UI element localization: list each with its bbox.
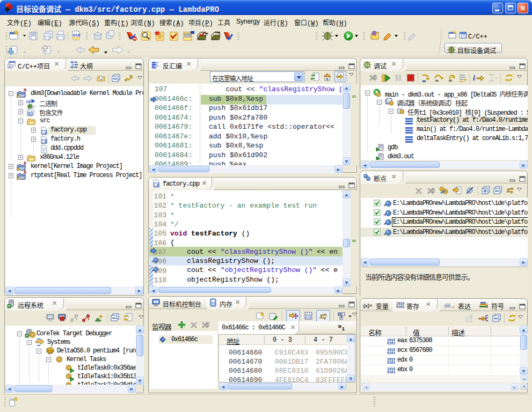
- svg-text:010: 010: [73, 33, 81, 38]
- svg-text:i: i: [473, 74, 475, 82]
